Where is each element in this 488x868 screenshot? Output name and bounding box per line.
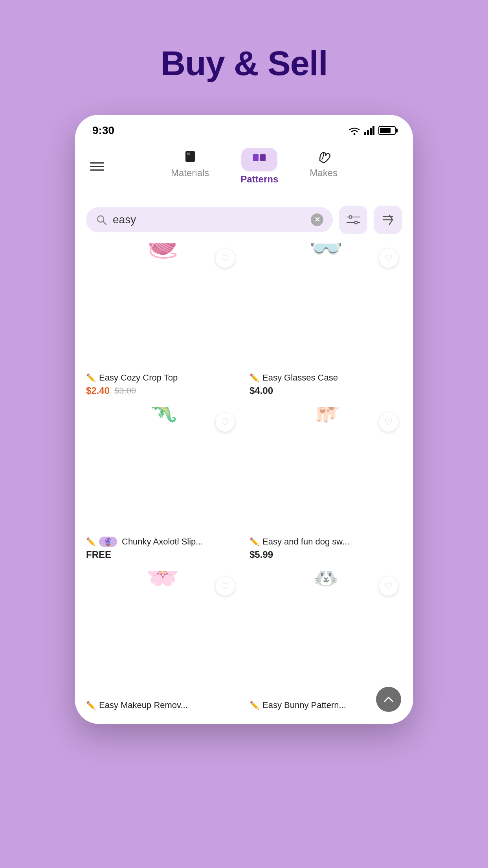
price-row-1: $2.40 $3.00 [86,385,238,396]
tab-materials-label: Materials [171,167,209,178]
favorite-button-3[interactable]: ♡ [216,413,235,432]
sort-icon [382,213,394,226]
product-image-6: ♡ [248,571,404,696]
svg-rect-10 [253,154,259,161]
pencil-icon-1: ✏️ [86,373,96,383]
patterns-icon [251,151,268,168]
tab-materials[interactable]: Materials [155,145,225,188]
product-name-row-4: ✏️ Easy and fun dog sw... [250,537,402,547]
menu-line-3 [90,169,104,171]
svg-rect-5 [372,126,374,135]
menu-line-1 [90,162,104,164]
product-name-2: Easy Glasses Case [262,373,402,383]
product-card-5[interactable]: ♡ ✏️ Easy Makeup Remov... [84,571,240,716]
svg-rect-7 [187,153,190,155]
product-image-3: ♡ [84,407,240,532]
patterns-tab-bg [241,148,277,171]
scroll-top-button[interactable] [376,687,401,712]
svg-rect-9 [260,154,266,161]
product-info-4: ✏️ Easy and fun dog sw... $5.99 [248,532,404,563]
product-image-5: ♡ [84,571,240,696]
makes-icon [315,148,332,165]
favorite-button-1[interactable]: ♡ [216,249,235,268]
price-row-2: $4.00 [250,385,402,396]
svg-point-1 [354,133,356,135]
product-card-1[interactable]: ♡ ✏️ Easy Cozy Crop Top $2.40 $3.00 [84,243,240,399]
product-name-5: Easy Makeup Remov... [99,700,238,710]
svg-point-16 [355,221,358,224]
page-title: Buy & Sell [160,43,327,83]
product-name-row-2: ✏️ Easy Glasses Case [250,373,402,383]
search-area: ✕ [75,196,413,243]
battery-icon [378,126,396,135]
product-image-4: ♡ [248,407,404,532]
search-bar-container: ✕ [86,207,333,232]
product-name-3: Chunky Axolotl Slip... [122,537,238,547]
product-info-2: ✏️ Easy Glasses Case $4.00 [248,368,404,399]
svg-rect-6 [185,151,195,162]
product-name-4: Easy and fun dog sw... [262,537,402,547]
filter-button[interactable] [339,206,367,234]
product-image-1: ♡ [84,243,240,368]
products-container: ♡ ✏️ Easy Cozy Crop Top $2.40 $3.00 [75,243,413,724]
pencil-icon-5: ✏️ [86,701,96,710]
svg-rect-2 [364,132,366,135]
product-name-row-5: ✏️ Easy Makeup Remov... [86,700,238,710]
svg-rect-3 [367,130,369,135]
price-original-1: $3.00 [114,386,136,396]
status-bar: 9:30 [75,115,413,141]
pencil-icon-3: ✏️ [86,537,96,546]
product-name-row-1: ✏️ Easy Cozy Crop Top [86,373,238,383]
pencil-icon-2: ✏️ [250,373,259,383]
price-free-3: FREE [86,549,111,560]
menu-line-2 [90,166,104,167]
pencil-icon-6: ✏️ [250,701,259,710]
search-icon [95,214,107,226]
product-info-3: ✏️ 🔮 Chunky Axolotl Slip... FREE [84,532,240,563]
phone-frame: 9:30 [75,115,413,724]
price-regular-4: $5.99 [250,549,273,560]
tab-patterns-label: Patterns [240,174,278,185]
svg-rect-4 [370,128,372,135]
menu-button[interactable] [87,159,107,174]
search-input[interactable] [113,213,305,226]
tag-badge-3: 🔮 [99,537,117,547]
nav-tabs: Materials Patterns [107,145,401,188]
signal-icon [364,126,375,135]
nav-bar: Materials Patterns [75,141,413,196]
product-image-2: ♡ [248,243,404,368]
favorite-button-6[interactable]: ♡ [379,577,398,596]
favorite-button-4[interactable]: ♡ [379,413,398,432]
status-icons [348,126,396,135]
price-row-4: $5.99 [250,549,402,560]
price-regular-2: $4.00 [250,385,273,396]
price-sale-1: $2.40 [86,385,110,396]
search-clear-button[interactable]: ✕ [311,213,323,226]
product-card-4[interactable]: ♡ ✏️ Easy and fun dog sw... $5.99 [248,407,404,563]
wifi-icon [348,126,361,135]
favorite-button-5[interactable]: ♡ [216,577,235,596]
product-info-1: ✏️ Easy Cozy Crop Top $2.40 $3.00 [84,368,240,399]
product-card-3[interactable]: ♡ ✏️ 🔮 Chunky Axolotl Slip... FREE [84,407,240,563]
sort-button[interactable] [374,206,402,234]
materials-icon [182,148,199,165]
product-card-2[interactable]: ♡ ✏️ Easy Glasses Case $4.00 [248,243,404,399]
tab-makes-label: Makes [310,167,338,178]
products-grid: ♡ ✏️ Easy Cozy Crop Top $2.40 $3.00 [75,243,413,724]
tab-patterns[interactable]: Patterns [225,145,294,188]
svg-line-12 [103,221,106,224]
chevron-up-icon [383,693,394,705]
svg-point-13 [349,216,352,219]
product-name-row-3: ✏️ 🔮 Chunky Axolotl Slip... [86,537,238,547]
product-info-5: ✏️ Easy Makeup Remov... [84,695,240,716]
product-name-1: Easy Cozy Crop Top [99,373,238,383]
favorite-button-2[interactable]: ♡ [379,249,398,268]
pencil-icon-4: ✏️ [250,537,259,546]
filter-icon [347,213,360,226]
tab-makes[interactable]: Makes [294,145,353,188]
status-time: 9:30 [92,124,114,137]
price-row-3: FREE [86,549,238,560]
